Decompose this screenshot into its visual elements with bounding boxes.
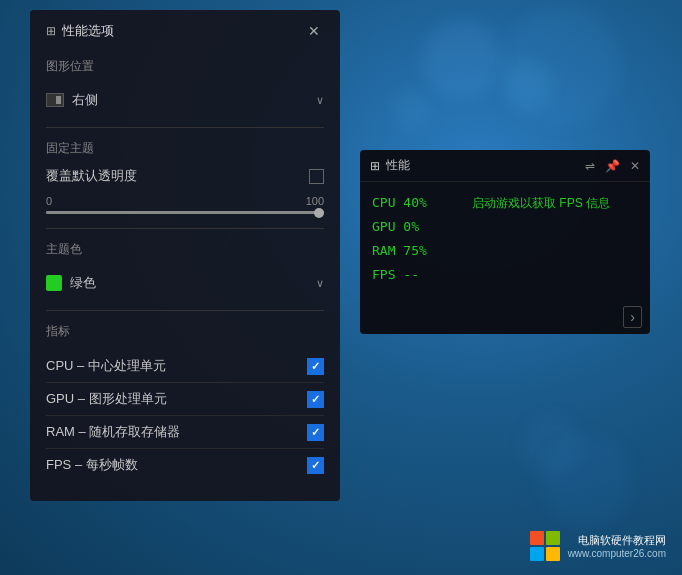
cover-row: 覆盖默认透明度 [46, 167, 324, 185]
logo-sub-text: www.computer26.com [568, 548, 666, 559]
indicator-row-ram: RAM – 随机存取存储器 [46, 416, 324, 449]
indicator-row-fps: FPS – 每秒帧数 [46, 449, 324, 481]
separator-1 [46, 127, 324, 128]
bottom-logo: 电脑软硬件教程网 www.computer26.com [530, 531, 666, 561]
perf-close-button[interactable]: ✕ [630, 159, 640, 173]
logo-main-text: 电脑软硬件教程网 [568, 533, 666, 548]
color-left: 绿色 [46, 274, 96, 292]
perf-stats: CPU 40% GPU 0% RAM 75% FPS -- [372, 192, 462, 292]
win-logo-green [546, 531, 560, 545]
stat-ram: RAM 75% [372, 240, 462, 262]
win-logo-yellow [546, 547, 560, 561]
color-chevron-icon[interactable]: ∨ [316, 277, 324, 290]
panel-title-bar: ⊞ 性能选项 ✕ [46, 22, 324, 40]
indicator-gpu-checkbox[interactable] [307, 391, 324, 408]
performance-widget: ⊞ 性能 ⇌ 📌 ✕ CPU 40% GPU 0% RAM 75% FPS --… [360, 150, 650, 334]
perf-footer: › [360, 302, 650, 334]
cover-checkbox[interactable] [309, 169, 324, 184]
perf-title-bar: ⊞ 性能 ⇌ 📌 ✕ [360, 150, 650, 182]
position-option-row: 右侧 ∨ [46, 85, 324, 115]
perf-settings-icon[interactable]: ⇌ [585, 159, 595, 173]
cover-label-text: 覆盖默认透明度 [46, 167, 137, 185]
settings-title-icon: ⊞ [46, 24, 56, 38]
stat-cpu: CPU 40% [372, 192, 462, 214]
perf-pin-icon[interactable]: 📌 [605, 159, 620, 173]
settings-panel: ⊞ 性能选项 ✕ 图形位置 右侧 ∨ 固定主题 覆盖默认透明度 0 100 主题… [30, 10, 340, 501]
slider-container: 0 100 [46, 195, 324, 214]
settings-title-text: 性能选项 [62, 22, 114, 40]
perf-title-text: 性能 [386, 157, 410, 174]
indicator-row-cpu: CPU – 中心处理单元 [46, 350, 324, 383]
settings-close-button[interactable]: ✕ [304, 22, 324, 40]
position-icon [46, 93, 64, 107]
perf-body: CPU 40% GPU 0% RAM 75% FPS -- 启动游戏以获取 FP… [360, 182, 650, 302]
indicator-gpu-label: GPU – 图形处理单元 [46, 390, 167, 408]
indicator-cpu-checkbox[interactable] [307, 358, 324, 375]
slider-fill [46, 211, 324, 214]
position-option-left: 右侧 [46, 91, 98, 109]
separator-3 [46, 310, 324, 311]
slider-labels: 0 100 [46, 195, 324, 207]
position-chevron-icon[interactable]: ∨ [316, 94, 324, 107]
perf-controls: ⇌ 📌 ✕ [585, 159, 640, 173]
slider-max-label: 100 [306, 195, 324, 207]
slider-thumb[interactable] [314, 208, 324, 218]
indicator-fps-checkbox[interactable] [307, 457, 324, 474]
windows-logo [530, 531, 560, 561]
perf-message-text: 启动游戏以获取 FPS 信息 [472, 194, 610, 212]
indicator-row-gpu: GPU – 图形处理单元 [46, 383, 324, 416]
color-name-text: 绿色 [70, 274, 96, 292]
win-logo-blue [530, 547, 544, 561]
slider-min-label: 0 [46, 195, 52, 207]
section-color-label: 主题色 [46, 241, 324, 258]
section-indicators-label: 指标 [46, 323, 324, 340]
indicator-fps-label: FPS – 每秒帧数 [46, 456, 138, 474]
perf-chevron-right-button[interactable]: › [623, 306, 642, 328]
logo-text-container: 电脑软硬件教程网 www.computer26.com [568, 533, 666, 559]
position-value-text: 右侧 [72, 91, 98, 109]
stat-fps: FPS -- [372, 264, 462, 286]
win-logo-red [530, 531, 544, 545]
indicator-ram-label: RAM – 随机存取存储器 [46, 423, 180, 441]
stat-gpu: GPU 0% [372, 216, 462, 238]
indicator-cpu-label: CPU – 中心处理单元 [46, 357, 166, 375]
perf-message: 启动游戏以获取 FPS 信息 [462, 192, 638, 292]
section-fixed-label: 固定主题 [46, 140, 324, 157]
panel-title: ⊞ 性能选项 [46, 22, 114, 40]
color-row: 绿色 ∨ [46, 268, 324, 298]
perf-title: ⊞ 性能 [370, 157, 410, 174]
slider-track[interactable] [46, 211, 324, 214]
separator-2 [46, 228, 324, 229]
indicators-section: 指标 CPU – 中心处理单元 GPU – 图形处理单元 RAM – 随机存取存… [46, 323, 324, 481]
color-swatch-green [46, 275, 62, 291]
section-position-label: 图形位置 [46, 58, 324, 75]
perf-title-icon: ⊞ [370, 159, 380, 173]
indicator-ram-checkbox[interactable] [307, 424, 324, 441]
